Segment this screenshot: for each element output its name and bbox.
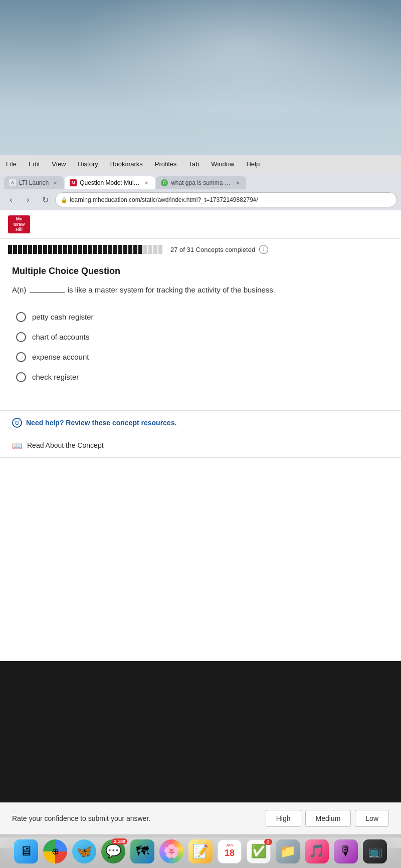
tab-gpa-title: what gpa is summa cum lau... xyxy=(171,179,231,186)
option-petty-cash[interactable]: petty cash register xyxy=(16,312,385,322)
radio-check-register[interactable] xyxy=(16,372,26,382)
confidence-medium-button[interactable]: Medium xyxy=(305,810,351,827)
dock-finder-icon: 🖥 xyxy=(14,839,38,863)
dock-appletv-icon: 📺 xyxy=(363,839,387,863)
progress-segment-16 xyxy=(83,245,87,254)
radio-expense-account[interactable] xyxy=(16,352,26,362)
progress-segment-31 xyxy=(158,245,162,254)
tab-gpa[interactable]: G what gpa is summa cum lau... ✕ xyxy=(156,176,246,189)
dock-appletv[interactable]: 📺 xyxy=(362,838,388,864)
tab-lti-title: LTI Launch xyxy=(19,179,49,186)
mgh-logo: Mc Graw Hill xyxy=(8,215,30,233)
back-button[interactable]: ‹ xyxy=(4,193,18,207)
dock-music[interactable]: 🎵 xyxy=(304,838,330,864)
menu-view[interactable]: View xyxy=(50,159,68,169)
progress-segment-9 xyxy=(48,245,52,254)
menu-history[interactable]: History xyxy=(76,159,100,169)
help-section: ⊙ Need help? Review these concept resour… xyxy=(0,410,401,458)
progress-segment-3 xyxy=(18,245,22,254)
dock-calendar-icon: JAN 18 xyxy=(218,839,242,863)
tab-question-close[interactable]: ✕ xyxy=(143,179,150,186)
radio-chart-accounts[interactable] xyxy=(16,332,26,342)
dock-notes[interactable]: 📝 xyxy=(187,838,214,864)
progress-segment-30 xyxy=(153,245,157,254)
menu-file[interactable]: File xyxy=(4,159,19,169)
address-bar[interactable]: 🔒 learning.mheducation.com/static/awd/in… xyxy=(55,192,397,207)
question-text: A(n) is like a master system for trackin… xyxy=(12,284,389,296)
dock-reminders-badge: 2 xyxy=(264,839,272,845)
dock-messages-badge: 2,189 xyxy=(112,838,127,844)
browser-chrome: A LTI Launch ✕ M Question Mode: Multiple… xyxy=(0,173,401,210)
help-toggle-text: Need help? Review these concept resource… xyxy=(26,419,176,427)
refresh-button[interactable]: ↻ xyxy=(38,193,52,207)
menu-edit[interactable]: Edit xyxy=(27,159,42,169)
progress-segment-20 xyxy=(103,245,107,254)
tab-gpa-close[interactable]: ✕ xyxy=(234,179,241,186)
progress-segment-6 xyxy=(33,245,37,254)
menu-bookmarks[interactable]: Bookmarks xyxy=(108,159,145,169)
dock-maps[interactable]: 🗺 xyxy=(129,838,155,864)
dock-chrome[interactable]: ⊕ xyxy=(42,838,68,864)
menu-help[interactable]: Help xyxy=(244,159,262,169)
calendar-month-label: JAN xyxy=(226,843,233,847)
menu-tab[interactable]: Tab xyxy=(186,159,201,169)
macos-menubar: File Edit View History Bookmarks Profile… xyxy=(0,155,401,173)
confidence-low-button[interactable]: Low xyxy=(355,810,389,827)
tab-lti-close[interactable]: ✕ xyxy=(52,179,59,186)
info-icon[interactable]: i xyxy=(259,245,268,254)
progress-segment-12 xyxy=(63,245,67,254)
dock-music-icon: 🎵 xyxy=(305,839,329,863)
question-area: Multiple Choice Question A(n) is like a … xyxy=(0,258,401,410)
option-expense-account[interactable]: expense account xyxy=(16,352,385,362)
confidence-high-button[interactable]: High xyxy=(266,810,301,827)
radio-petty-cash[interactable] xyxy=(16,312,26,322)
progress-segment-19 xyxy=(98,245,102,254)
progress-bar xyxy=(8,245,162,254)
dock-safari[interactable]: 🦋 xyxy=(71,838,97,864)
progress-segment-17 xyxy=(88,245,92,254)
book-icon: 📖 xyxy=(12,441,22,450)
dock-podcasts[interactable]: 🎙 xyxy=(333,838,359,864)
read-concept-row[interactable]: 📖 Read About the Concept xyxy=(0,435,401,457)
dock-messages[interactable]: 💬 2,189 xyxy=(100,838,126,864)
confidence-buttons: High Medium Low xyxy=(266,810,389,827)
background-photo xyxy=(0,0,401,155)
menu-window[interactable]: Window xyxy=(209,159,236,169)
read-concept-text: Read About the Concept xyxy=(27,441,104,449)
progress-text: 27 of 31 Concepts completed xyxy=(170,246,255,253)
menu-profiles[interactable]: Profiles xyxy=(153,159,178,169)
tab-question-title: Question Mode: Multiple Ch... xyxy=(80,179,140,186)
content-area: Mc Graw Hill 27 of 31 Concepts completed… xyxy=(0,210,401,661)
option-expense-account-text: expense account xyxy=(32,353,89,361)
option-chart-accounts[interactable]: chart of accounts xyxy=(16,332,385,342)
macos-dock: 🖥 ⊕ 🦋 💬 2,189 🗺 🌸 📝 JAN 18 ✅ 2 xyxy=(0,834,401,868)
progress-segment-4 xyxy=(23,245,27,254)
tab-question-mode[interactable]: M Question Mode: Multiple Ch... ✕ xyxy=(65,176,155,189)
tab-lti-launch[interactable]: A LTI Launch ✕ xyxy=(4,176,64,189)
progress-segment-15 xyxy=(78,245,82,254)
dock-podcasts-icon: 🎙 xyxy=(334,839,358,863)
progress-segment-1 xyxy=(8,245,12,254)
progress-section: 27 of 31 Concepts completed i xyxy=(0,239,401,258)
option-check-register[interactable]: check register xyxy=(16,372,385,382)
option-check-register-text: check register xyxy=(32,373,79,381)
dock-safari-icon: 🦋 xyxy=(72,839,96,863)
progress-segment-2 xyxy=(13,245,17,254)
calendar-date-label: 18 xyxy=(225,848,235,858)
dock-reminders[interactable]: ✅ 2 xyxy=(246,838,272,864)
help-circle-icon: ⊙ xyxy=(12,418,22,428)
dock-photos[interactable]: 🌸 xyxy=(158,838,184,864)
confidence-label: Rate your confidence to submit your answ… xyxy=(12,814,150,822)
dock-finder[interactable]: 🖥 xyxy=(13,838,39,864)
address-bar-row: ‹ › ↻ 🔒 learning.mheducation.com/static/… xyxy=(0,189,401,210)
help-toggle[interactable]: ⊙ Need help? Review these concept resour… xyxy=(0,411,401,435)
progress-segment-22 xyxy=(113,245,117,254)
dock-calendar[interactable]: JAN 18 xyxy=(217,838,243,864)
tab-bar: A LTI Launch ✕ M Question Mode: Multiple… xyxy=(0,173,401,189)
progress-segment-25 xyxy=(128,245,132,254)
progress-segment-21 xyxy=(108,245,112,254)
progress-segment-10 xyxy=(53,245,57,254)
spacer xyxy=(0,458,401,518)
dock-files[interactable]: 📁 xyxy=(275,838,301,864)
forward-button[interactable]: › xyxy=(21,193,35,207)
